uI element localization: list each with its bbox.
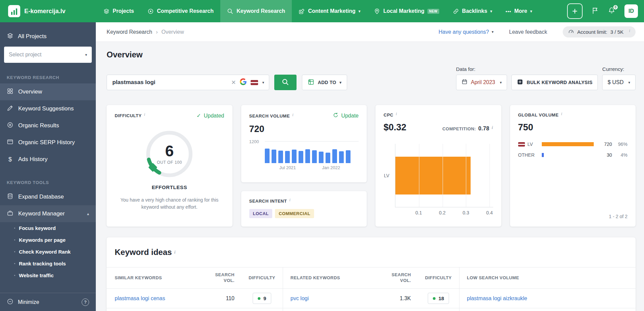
difficulty-card: DIFFICULTY i ✓ Updated (107, 105, 232, 227)
table-cell: plastmasa logi aizkraukle (459, 289, 636, 308)
sidebar-item-organic-results[interactable]: Organic Results (0, 117, 96, 134)
sidebar-subitem-focus-keyword[interactable]: Focus keyword (0, 222, 96, 234)
toolbar-controls: Data for: April 2023 ▾ BULK KEYWORD ANAL… (456, 66, 636, 90)
nav-keyword-research[interactable]: Keyword Research (220, 0, 292, 22)
add-to-icon (308, 79, 314, 86)
nav-competitive-research[interactable]: Competitive Research (141, 0, 220, 22)
search-button[interactable] (274, 75, 297, 90)
lv-flag-icon (518, 142, 525, 147)
flag-button[interactable] (592, 7, 599, 16)
magnifier-icon (227, 8, 233, 15)
caret-down-icon: ▾ (359, 9, 361, 14)
sidebar-item-keyword-manager[interactable]: Keyword Manager ▴ (0, 205, 96, 222)
account-limit-value: 3 / 5K (610, 29, 623, 35)
competition-label: COMPETITION: (442, 126, 476, 131)
currency-select[interactable]: $ USD ▾ (602, 75, 636, 90)
brand[interactable]: E-komercija.lv (8, 5, 96, 17)
sidebar-item-overview[interactable]: Overview (0, 83, 96, 100)
project-select[interactable]: Select project ▾ (4, 47, 92, 63)
gv-bar (542, 153, 544, 157)
sidebar-subitem-keywords-per-page[interactable]: Keywords per page (0, 234, 96, 246)
dollar-icon: $ (7, 156, 13, 163)
difficulty-dot-icon (433, 297, 436, 300)
column-header[interactable]: LOW SEARCH VOLUME (459, 267, 636, 289)
help-icon[interactable]: ? (82, 299, 89, 306)
caret-down-icon: ▾ (490, 9, 492, 14)
sidebar-item-ads-history[interactable]: $ Ads History (0, 151, 96, 168)
calendar-icon (461, 79, 468, 86)
nav-content-marketing[interactable]: Content Marketing ▾ (292, 0, 367, 22)
difficulty-gauge: 6 OUT OF 100 (142, 127, 196, 181)
sidebar-item-organic-serp-history[interactable]: Organic SERP History (0, 134, 96, 151)
sidebar-item-keyword-suggestions[interactable]: Keyword Suggestions (0, 100, 96, 117)
breadcrumb-separator-icon: › (156, 29, 158, 35)
column-header[interactable]: RELATED KEYWORDS (283, 267, 382, 289)
tick-label: 0.1 (415, 210, 422, 215)
add-to-button[interactable]: ADD TO ▾ (302, 75, 347, 90)
sidebar-item-label: Organic SERP History (18, 139, 75, 146)
keyword-link[interactable]: plastmasa logi aizkraukle (467, 295, 527, 302)
sidebar-subitem-check-keyword-rank[interactable]: Check Keyword Rank (0, 246, 96, 258)
minimize-label[interactable]: Minimize (18, 299, 39, 305)
volume-bar (346, 150, 351, 163)
date-picker[interactable]: April 2023 ▾ (456, 75, 507, 90)
volume-bar (265, 149, 270, 163)
notifications-button[interactable]: 0 (608, 7, 615, 16)
sidebar-item-all-projects[interactable]: All Projects (0, 30, 96, 43)
page-title: Overview (107, 50, 636, 59)
table-cell: plastmasa logi cenas (107, 289, 206, 308)
keyword-link[interactable]: pvc logi (290, 295, 309, 302)
gv-bar (542, 142, 594, 146)
search-volume-cell: 1.3K (382, 289, 418, 308)
gridline (489, 144, 490, 207)
search-volume-cell: 90 (206, 308, 241, 311)
lv-flag-icon[interactable] (251, 80, 258, 85)
bulk-analysis-button[interactable]: BULK KEYWORD ANALYSIS (511, 75, 598, 90)
update-link[interactable]: Update (333, 112, 359, 119)
bell-icon (608, 9, 615, 15)
data-for-label: Data for: (456, 66, 507, 72)
add-project-button[interactable]: + (567, 3, 583, 19)
card-title: SEARCH VOLUME (249, 113, 290, 119)
caret-down-icon: ▾ (628, 80, 630, 85)
sidebar-subitem-website-traffic[interactable]: Website traffic (0, 269, 96, 281)
search-intent-card: SEARCH INTENT i LOCAL COMMERCIAL (241, 191, 367, 227)
avatar[interactable]: ID (624, 4, 638, 18)
questions-link[interactable]: Have any questions? ▾ (439, 29, 494, 35)
nav-backlinks[interactable]: Backlinks ▾ (446, 0, 499, 22)
tick-label: 0.3 (463, 210, 469, 215)
sidebar-section-title: KEYWORD TOOLS (0, 180, 96, 185)
info-icon: i (144, 112, 145, 116)
breadcrumb-keyword-research[interactable]: Keyword Research (107, 29, 152, 35)
leave-feedback-link[interactable]: Leave feedback (509, 29, 547, 35)
column-header[interactable]: DIFFICULTY (418, 267, 459, 289)
nav-more[interactable]: ••• More ▾ (499, 0, 539, 22)
minimize-icon (7, 298, 13, 306)
topbar-actions: + 0 ID (567, 3, 638, 19)
column-header[interactable]: SEARCH VOL. (382, 267, 418, 289)
search-value[interactable]: plastmasas logi (112, 79, 227, 86)
cpc-bar (395, 157, 471, 195)
keyword-search-input[interactable]: plastmasas logi ✕ ▾ (107, 75, 269, 90)
x-axis-label: Jan 2022 (322, 165, 340, 170)
clear-icon[interactable]: ✕ (231, 79, 236, 86)
country-label: LV (528, 141, 533, 147)
column-header[interactable]: DIFFICULTY (241, 267, 283, 289)
keyword-link[interactable]: plastmasa logi cenas (115, 295, 165, 302)
column-header[interactable]: SEARCH VOL. (206, 267, 241, 289)
account-limit-badge[interactable]: Account limit: 3 / 5K i (563, 26, 636, 37)
sidebar-subitem-rank-tracking-tools[interactable]: Rank tracking tools (0, 258, 96, 269)
caret-down-icon[interactable]: ▾ (262, 80, 264, 85)
column-header[interactable]: SIMILAR KEYWORDS (107, 267, 206, 289)
tick-label: 0.2 (439, 210, 445, 215)
main-nav: Projects Competitive Research Keyword Re… (96, 0, 539, 22)
top-navigation-bar: E-komercija.lv Projects Competitive Rese… (0, 0, 644, 22)
refresh-icon (333, 112, 338, 119)
volume-bar (292, 150, 297, 163)
nav-local-marketing[interactable]: Local Marketing NEW (367, 0, 446, 22)
notification-badge: 0 (613, 4, 618, 10)
sidebar-item-expand-database[interactable]: Expand Database (0, 188, 96, 205)
breadcrumb-bar: Keyword Research › Overview Have any que… (96, 22, 644, 42)
ellipsis-icon: ••• (506, 9, 511, 14)
nav-projects[interactable]: Projects (96, 0, 141, 22)
